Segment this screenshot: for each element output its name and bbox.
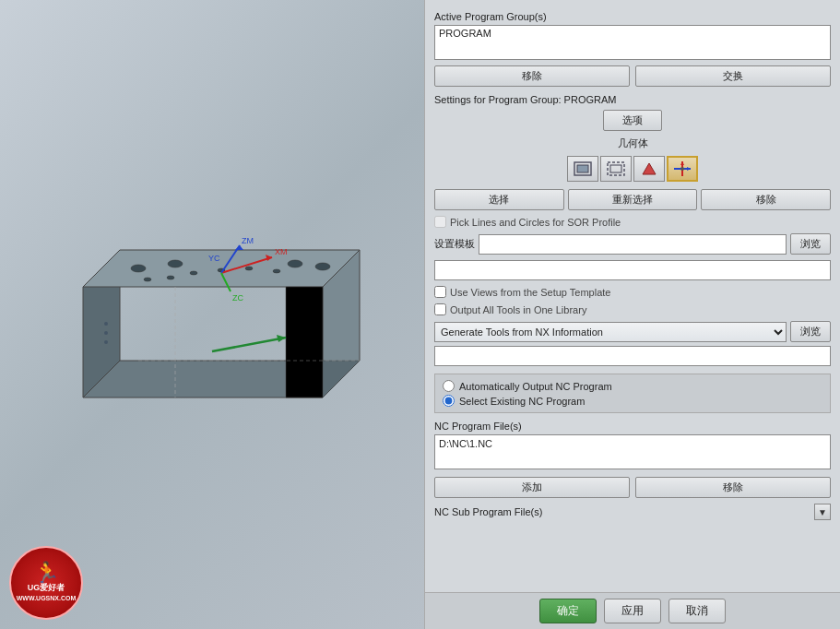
svg-point-7 — [168, 260, 183, 267]
setup-template-section: 设置模板 浏览 — [434, 233, 831, 286]
svg-marker-41 — [687, 167, 691, 171]
setup-template-row: 设置模板 浏览 — [434, 233, 831, 255]
nc-program-label: NC Program File(s) — [434, 421, 831, 432]
svg-line-27 — [212, 338, 286, 351]
model-area: XM ZM ZC YC — [0, 0, 424, 629]
svg-marker-36 — [643, 163, 656, 174]
nc-sub-label: NC Sub Program File(s) — [434, 506, 542, 517]
select-button[interactable]: 选择 — [434, 189, 564, 210]
cancel-button[interactable]: 取消 — [668, 599, 726, 623]
svg-point-12 — [245, 267, 253, 270]
nc-output-radio-group: Automatically Output NC Program Select E… — [434, 374, 831, 413]
pick-lines-label: Pick Lines and Circles for SOR Profile — [450, 217, 621, 228]
right-panel: Active Program Group(s) <span data-bind=… — [424, 0, 840, 629]
generate-tools-row: Generate Tools from NX Information Gener… — [434, 321, 831, 342]
svg-point-6 — [131, 265, 146, 272]
svg-point-9 — [315, 263, 330, 270]
confirm-button[interactable]: 确定 — [539, 599, 597, 623]
auto-output-row: Automatically Output NC Program — [443, 380, 822, 392]
svg-marker-5 — [286, 287, 323, 398]
apply-button[interactable]: 应用 — [604, 599, 661, 623]
blank-geometry-btn[interactable] — [600, 156, 632, 182]
setup-template-label: 设置模板 — [434, 237, 475, 251]
generate-sub-input[interactable] — [434, 346, 831, 366]
nc-sub-expand-btn[interactable]: ▼ — [814, 504, 831, 520]
svg-text:ZM: ZM — [242, 236, 254, 245]
output-all-label: Output All Tools in One Library — [450, 304, 586, 315]
remove2-button[interactable]: 移除 — [701, 189, 831, 210]
svg-point-13 — [144, 278, 151, 281]
svg-point-29 — [104, 322, 108, 326]
svg-text:XM: XM — [275, 247, 288, 256]
svg-point-8 — [288, 260, 302, 267]
3d-model-svg: XM ZM ZC YC — [37, 121, 387, 508]
nc-program-input[interactable]: D:\NC\1.NC — [434, 434, 831, 469]
pick-lines-row: Pick Lines and Circles for SOR Profile — [434, 216, 831, 228]
add-button[interactable]: 添加 — [434, 477, 630, 498]
active-program-label: Active Program Group(s) — [434, 11, 831, 22]
part-geometry-btn[interactable] — [567, 156, 598, 182]
svg-point-14 — [167, 276, 174, 279]
logo: 🏃 UG爱好者 WWW.UGSNX.COM — [9, 546, 83, 620]
svg-rect-35 — [610, 165, 621, 172]
nc-program-section: NC Program File(s) D:\NC\1.NC 添加 移除 — [434, 421, 831, 498]
auto-output-radio[interactable] — [443, 380, 455, 392]
browse2-button[interactable]: 浏览 — [790, 321, 831, 342]
geometry-title: 几何体 — [434, 136, 831, 150]
use-views-checkbox[interactable] — [434, 286, 446, 298]
logo-figure: 🏃 — [34, 563, 59, 583]
blank-icon — [606, 160, 626, 178]
cut-icon — [639, 160, 659, 178]
svg-rect-33 — [577, 165, 588, 172]
svg-point-10 — [190, 271, 197, 275]
generate-tools-dropdown[interactable]: Generate Tools from NX Information Gener… — [434, 322, 787, 342]
svg-point-30 — [104, 331, 108, 335]
part-icon — [573, 160, 593, 178]
svg-text:YC: YC — [208, 254, 220, 263]
logo-text: UG爱好者 WWW.UGSNX.COM — [17, 583, 77, 603]
select-existing-radio[interactable] — [443, 395, 455, 407]
settings-label: Settings for Program Group: PROGRAM — [434, 94, 831, 105]
output-all-checkbox[interactable] — [434, 303, 446, 315]
remove-exchange-row: 移除 交换 — [434, 65, 831, 87]
select-row: 选择 重新选择 移除 — [434, 189, 831, 210]
auto-output-label: Automatically Output NC Program — [459, 381, 612, 392]
cut-geometry-btn[interactable] — [633, 156, 665, 182]
setup-template-input[interactable] — [479, 234, 787, 255]
geometry-toolbar — [434, 156, 831, 182]
remove3-button[interactable]: 移除 — [635, 477, 831, 498]
template-path-input[interactable] — [434, 260, 831, 280]
svg-point-39 — [680, 167, 684, 171]
pick-lines-checkbox[interactable] — [434, 216, 446, 228]
axis-icon — [672, 160, 692, 178]
options-button[interactable]: 选项 — [603, 110, 662, 131]
svg-text:ZC: ZC — [232, 293, 243, 303]
active-program-section: Active Program Group(s) <span data-bind=… — [434, 11, 831, 60]
exchange-button[interactable]: 交换 — [635, 65, 831, 87]
axis-geometry-btn[interactable] — [667, 156, 698, 182]
select-existing-row: Select Existing NC Program — [443, 395, 822, 407]
reselect-button[interactable]: 重新选择 — [568, 189, 698, 210]
output-all-tools-row: Output All Tools in One Library — [434, 303, 831, 315]
browse1-button[interactable]: 浏览 — [790, 233, 831, 255]
svg-marker-40 — [680, 161, 684, 165]
svg-marker-22 — [235, 245, 243, 250]
use-views-label: Use Views from the Setup Template — [450, 287, 610, 298]
panel-content: Active Program Group(s) <span data-bind=… — [425, 0, 840, 592]
svg-point-31 — [104, 340, 108, 344]
use-views-row: Use Views from the Setup Template — [434, 286, 831, 298]
nc-sub-section: NC Sub Program File(s) ▼ — [434, 504, 831, 520]
expand-icon: ▼ — [818, 507, 827, 517]
bottom-bar: 确定 应用 取消 — [425, 592, 840, 629]
add-remove-row: 添加 移除 — [434, 477, 831, 498]
options-row: 选项 — [434, 110, 831, 131]
3d-viewport: XM ZM ZC YC 🏃 UG爱好者 WWW.UGSNX.COM — [0, 0, 424, 629]
select-existing-label: Select Existing NC Program — [459, 396, 585, 407]
svg-point-15 — [273, 269, 280, 273]
remove-button[interactable]: 移除 — [434, 65, 630, 87]
program-group-input[interactable]: <span data-bind="right.program_value"></… — [434, 25, 831, 60]
